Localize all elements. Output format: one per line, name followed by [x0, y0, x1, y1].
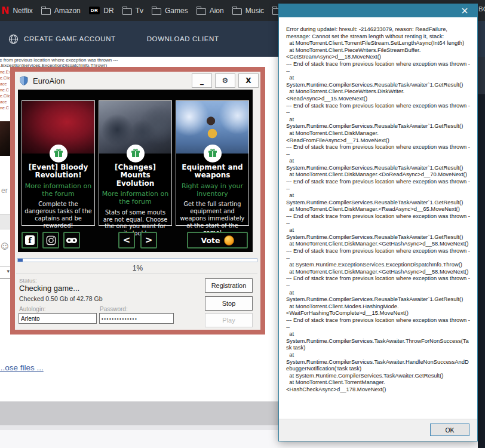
- bookmark-label: Amazon: [54, 7, 81, 15]
- euroaion-launcher-window: EuroAion _ ⚙ X [Event] Bloody Revolution…: [10, 67, 265, 335]
- progress-percent-label: 1%: [15, 264, 260, 272]
- vote-label: Vote: [201, 236, 220, 245]
- folder-icon: [232, 8, 242, 15]
- bookmark-overflow-fragment: BC: [478, 5, 485, 13]
- window-controls: _ ⚙ X: [192, 73, 259, 88]
- card-title: [Changes] Mounts Evolution: [99, 164, 171, 188]
- card-description: Complete the dangerous tasks of the capt…: [22, 201, 94, 229]
- card-title: Equipment and weapons: [176, 164, 248, 180]
- bookmark-netflix[interactable]: NNetflix: [1, 6, 33, 16]
- download-client-label: DOWNLOAD CLIENT: [147, 35, 219, 42]
- status-detail: Checked 0.50 Gb of 42.78 Gb: [19, 295, 103, 302]
- play-button[interactable]: Play: [205, 313, 253, 327]
- folder-icon: [122, 8, 132, 15]
- error-dialog-titlebar: ×: [279, 4, 477, 17]
- progress-chunk: [18, 259, 23, 262]
- promo-cards: [Event] Bloody Revolution! More informat…: [22, 100, 249, 226]
- ok-button[interactable]: OK: [430, 424, 469, 436]
- background-dropdown-fragment[interactable]: ▾: [0, 266, 11, 279]
- minimize-button[interactable]: _: [192, 73, 212, 88]
- password-input[interactable]: [99, 313, 174, 324]
- error-dialog-text: Error during update!: hresult: -21462330…: [279, 17, 477, 419]
- launcher-shield-icon: [19, 76, 29, 85]
- facebook-icon: [25, 235, 35, 245]
- bookmark-dr[interactable]: DRDR: [89, 7, 114, 15]
- create-game-account-label: CREATE GAME ACCOUNT: [24, 35, 116, 42]
- folder-icon: [152, 8, 161, 15]
- background-button-fragment: [0, 214, 10, 229]
- stop-button[interactable]: Stop: [205, 296, 253, 311]
- news-panel-toolbar: < > Vote: [22, 232, 249, 248]
- bookmark-aion[interactable]: Aion: [197, 7, 224, 15]
- download-client-link[interactable]: DOWNLOAD CLIENT: [147, 35, 219, 42]
- close-window-button[interactable]: X: [238, 73, 259, 88]
- instagram-icon: [46, 235, 56, 246]
- social-buttons: [22, 232, 80, 248]
- bookmark-label: Music: [245, 7, 264, 15]
- dropdown-arrow-icon: ▾: [7, 268, 10, 274]
- bookmark-label: Netflix: [13, 7, 32, 15]
- prev-arrow-button[interactable]: <: [118, 232, 135, 248]
- promo-card-event[interactable]: [Event] Bloody Revolution! More informat…: [22, 100, 95, 226]
- card-subtitle-link[interactable]: More information on the forum: [99, 191, 171, 205]
- autologin-input[interactable]: [19, 313, 97, 324]
- password-label: Password:: [100, 306, 128, 312]
- bookmark-label: Games: [165, 7, 188, 15]
- error-dialog: × Error during update!: hresult: -214623…: [278, 4, 478, 441]
- news-panel: [Event] Bloody Revolution! More informat…: [18, 90, 253, 252]
- smiley-icon: ☺: [1, 242, 9, 251]
- vote-button[interactable]: Vote: [187, 232, 248, 248]
- bookmark-tv[interactable]: Tv: [122, 7, 143, 15]
- promo-card-mounts[interactable]: [Changes] Mounts Evolution More informat…: [99, 100, 172, 226]
- card-subtitle-link[interactable]: Right away in your inventory: [176, 183, 248, 198]
- window-title: EuroAion: [33, 76, 65, 85]
- autologin-label: Autologin:: [19, 306, 45, 312]
- registration-button[interactable]: Registration: [205, 278, 253, 293]
- folder-icon: [197, 8, 206, 15]
- trace-line-1: ce from previous location where exceptio…: [0, 57, 118, 63]
- status-label: Status:: [19, 277, 37, 284]
- screen: ce from previous location where exceptio…: [0, 0, 485, 448]
- card-description: Get the full starting equipment and weap…: [176, 201, 248, 237]
- chevron-right-icon: >: [145, 235, 153, 246]
- background-thumbnail-fragment: [0, 121, 10, 156]
- gift-icon: [127, 145, 145, 162]
- divider: [16, 274, 257, 274]
- settings-gear-button[interactable]: ⚙: [215, 73, 235, 88]
- mask-social-button[interactable]: [63, 232, 80, 248]
- bookmark-label: DR: [103, 7, 113, 15]
- background-text-fragment: er: [1, 186, 8, 195]
- bookmark-games[interactable]: Games: [152, 7, 188, 15]
- globe-icon: [8, 34, 19, 44]
- error-dialog-footer: OK: [279, 419, 477, 441]
- desktop-edge-strip: [478, 57, 485, 448]
- launcher-content: EuroAion _ ⚙ X [Event] Bloody Revolution…: [15, 72, 260, 330]
- facebook-button[interactable]: [22, 232, 38, 248]
- dr-badge-icon: DR: [89, 7, 100, 14]
- netflix-icon: N: [1, 6, 9, 16]
- next-arrow-button[interactable]: >: [140, 232, 157, 248]
- card-title: [Event] Bloody Revolution!: [22, 164, 94, 180]
- create-game-account-link[interactable]: CREATE GAME ACCOUNT: [8, 34, 116, 44]
- instagram-button[interactable]: [42, 232, 59, 248]
- bookmark-amazon[interactable]: Amazon: [41, 7, 81, 15]
- choose-files-link[interactable]: ...ose files ...: [0, 363, 44, 372]
- bookmark-label: Tv: [136, 7, 143, 15]
- status-message: Checking game...: [19, 284, 79, 293]
- bookmark-label: Aion: [210, 7, 224, 15]
- update-progress-bar: [17, 258, 257, 262]
- gift-icon: [50, 145, 67, 162]
- bookmark-music[interactable]: Music: [232, 7, 264, 15]
- chevron-left-icon: <: [123, 235, 131, 246]
- folder-icon: [41, 8, 51, 15]
- gift-icon: [204, 145, 222, 162]
- card-subtitle-link[interactable]: More information on the forum: [22, 183, 94, 198]
- promo-card-equipment[interactable]: Equipment and weapons Right away in your…: [176, 100, 249, 226]
- coin-icon: [224, 235, 234, 246]
- dialog-close-button[interactable]: ×: [452, 4, 477, 17]
- carousel-arrows: < >: [118, 232, 157, 248]
- mask-icon: [66, 237, 78, 244]
- background-fragment-column: ne.Ex e.Clie ace ne.C e.Clie ace ne.C: [0, 69, 10, 111]
